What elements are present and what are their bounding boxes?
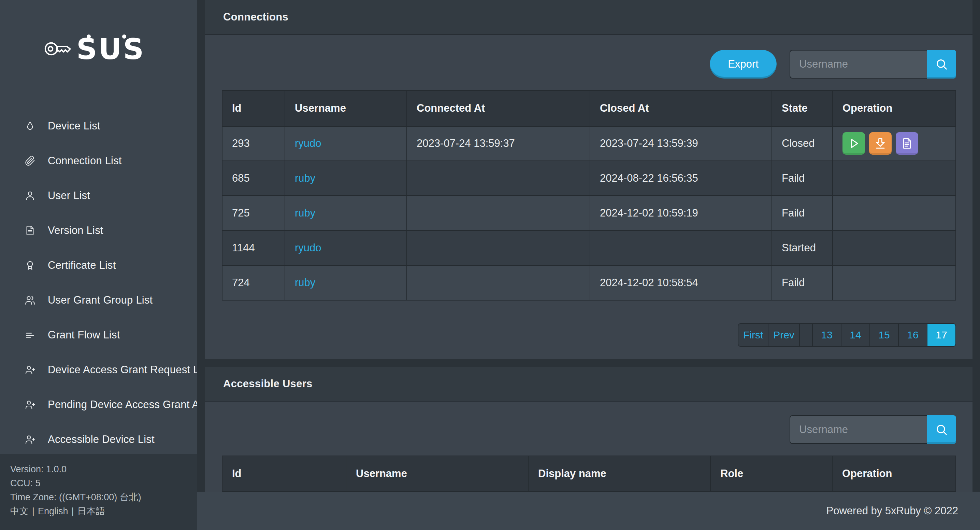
connections-toolbar: Export	[222, 50, 956, 78]
cell-state: Closed	[772, 126, 833, 161]
cell-username: ryudo	[285, 126, 407, 161]
sidebar-nav: Device ListConnection ListUser ListVersi…	[0, 109, 197, 457]
app-logo: SUSI	[44, 29, 197, 67]
cell-connected-at	[407, 196, 590, 230]
user-plus-icon	[25, 434, 35, 445]
column-header-role: Role	[710, 456, 832, 492]
sidebar-item-label: Device List	[48, 120, 100, 132]
search-icon	[935, 423, 948, 436]
sidebar-item-user-list[interactable]: User List	[0, 178, 197, 213]
cell-state: Started	[772, 230, 833, 265]
sidebar: SUSI Device ListConnection ListUser List…	[0, 0, 197, 530]
column-header-closed-at: Closed At	[590, 91, 772, 126]
column-header-id: Id	[222, 91, 285, 126]
cell-username: ruby	[285, 196, 407, 230]
sidebar-item-connection-list[interactable]: Connection List	[0, 144, 197, 178]
cell-connected-at: 2023-07-24 13:59:37	[407, 126, 590, 161]
page-16[interactable]: 16	[898, 324, 927, 346]
version-text: Version: 1.0.0	[10, 462, 197, 476]
column-header-username: Username	[285, 91, 407, 126]
language-link-1[interactable]: English	[38, 506, 68, 516]
timezone-text: Time Zone: ((GMT+08:00) 台北)	[10, 490, 197, 504]
cell-connected-at	[407, 230, 590, 265]
sidebar-item-grant-flow-list[interactable]: Grant Flow List	[0, 318, 197, 353]
language-switcher: 中文|English|日本語	[10, 504, 197, 519]
username-link[interactable]: ryudo	[295, 137, 321, 149]
accessible-users-header: Accessible Users	[205, 367, 972, 402]
pagination-wrap: FirstPrev1314151617	[222, 323, 956, 347]
page-footer: Powered by 5xRuby © 2022	[197, 492, 980, 530]
user-plus-icon	[25, 364, 35, 375]
document-icon	[25, 225, 35, 236]
username-link[interactable]: ryudo	[295, 242, 321, 254]
log-file-button[interactable]	[896, 132, 918, 155]
page-14[interactable]: 14	[841, 324, 869, 346]
table-row: 725ruby2024-12-02 10:59:19Faild	[222, 196, 956, 230]
sidebar-item-label: Certificate List	[48, 259, 116, 271]
flow-lines-icon	[25, 330, 35, 340]
table-header-row: IdUsernameConnected AtClosed AtStateOper…	[222, 91, 956, 126]
cell-closed-at: 2023-07-24 13:59:39	[590, 126, 772, 161]
accessible-users-table: IdUsernameDisplay nameRoleOperation	[222, 455, 956, 492]
connections-search	[790, 50, 956, 78]
pagination: FirstPrev1314151617	[738, 323, 956, 347]
ccu-text: CCU: 5	[10, 476, 197, 490]
sidebar-item-pending-device-access-grant-a[interactable]: Pending Device Access Grant A	[0, 387, 197, 422]
sidebar-item-label: Version List	[48, 224, 103, 237]
sidebar-item-accessible-device-list[interactable]: Accessible Device List	[0, 422, 197, 457]
connections-header: Connections	[205, 0, 972, 35]
cell-id: 725	[222, 196, 285, 230]
sidebar-item-label: User Grant Group List	[48, 294, 153, 307]
page-15[interactable]: 15	[869, 324, 898, 346]
sidebar-item-label: Device Access Grant Request L	[48, 364, 197, 376]
table-row: 1144ryudoStarted	[222, 230, 956, 265]
username-search-input[interactable]	[790, 50, 927, 78]
username-link[interactable]: ruby	[295, 172, 315, 184]
sidebar-item-certificate-list[interactable]: Certificate List	[0, 248, 197, 283]
language-separator: |	[68, 506, 78, 516]
search-button-2[interactable]	[927, 415, 956, 444]
cell-id: 1144	[222, 230, 285, 265]
sidebar-item-device-access-grant-request-l[interactable]: Device Access Grant Request L	[0, 353, 197, 387]
page-13[interactable]: 13	[812, 324, 841, 346]
cell-closed-at	[590, 230, 772, 265]
page-17[interactable]: 17	[927, 324, 955, 346]
download-icon	[874, 137, 887, 150]
column-header-state: State	[772, 91, 833, 126]
sidebar-item-device-list[interactable]: Device List	[0, 109, 197, 144]
column-header-username: Username	[346, 456, 528, 492]
cell-closed-at: 2024-12-02 10:59:19	[590, 196, 772, 230]
cell-id: 685	[222, 161, 285, 196]
page-prev[interactable]: Prev	[768, 324, 799, 346]
droplet-icon	[25, 121, 35, 131]
column-header-id: Id	[222, 456, 346, 492]
download-button[interactable]	[869, 132, 892, 155]
export-button[interactable]: Export	[710, 50, 776, 78]
user-group-icon	[25, 295, 35, 306]
search-button[interactable]	[927, 50, 956, 78]
page-ellipsis[interactable]	[799, 324, 812, 346]
cell-state: Faild	[772, 265, 833, 300]
sidebar-item-user-grant-group-list[interactable]: User Grant Group List	[0, 283, 197, 318]
language-link-2[interactable]: 日本語	[78, 506, 105, 516]
powered-by-text: Powered by 5xRuby © 2022	[826, 505, 958, 517]
cell-closed-at: 2024-12-02 10:58:54	[590, 265, 772, 300]
file-icon	[900, 137, 913, 150]
username-search-input-2[interactable]	[790, 415, 927, 444]
sidebar-item-version-list[interactable]: Version List	[0, 213, 197, 248]
cell-operation	[833, 265, 956, 300]
section-gap	[205, 359, 972, 367]
cell-connected-at	[407, 161, 590, 196]
sidebar-item-label: Grant Flow List	[48, 329, 120, 341]
operation-buttons	[843, 132, 955, 155]
column-header-operation: Operation	[833, 91, 956, 126]
username-link[interactable]: ruby	[295, 207, 315, 219]
language-link-0[interactable]: 中文	[10, 506, 29, 516]
main-area: Connections Export Id	[197, 0, 980, 530]
page-first[interactable]: First	[738, 324, 768, 346]
sidebar-item-label: User List	[48, 190, 90, 202]
connections-panel: Export IdUsernameConnected AtClosed AtSt…	[205, 35, 972, 359]
cell-username: ruby	[285, 265, 407, 300]
play-button[interactable]	[843, 132, 865, 155]
username-link[interactable]: ruby	[295, 276, 315, 289]
